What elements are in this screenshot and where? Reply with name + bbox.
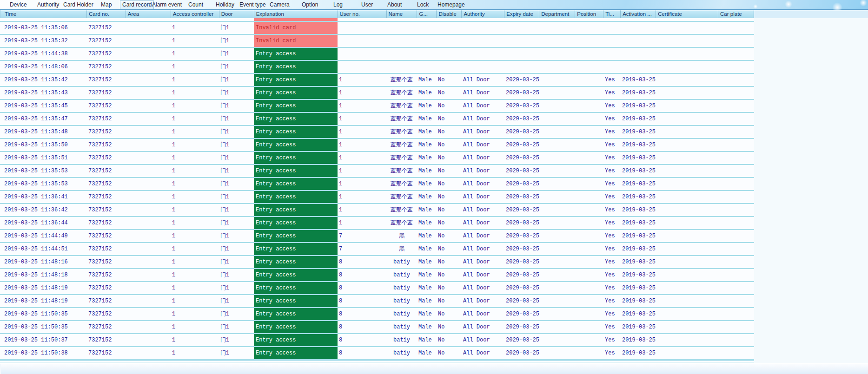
cell-activation: 2019-03-25 — [621, 204, 656, 216]
cell-expiry: 2029-03-25 — [504, 126, 539, 138]
cell-department — [539, 321, 575, 333]
cell-certificate — [656, 152, 718, 164]
cell-card: 7327152 — [86, 191, 126, 203]
menu-item-map[interactable]: Map — [99, 1, 113, 8]
table-row[interactable]: 2019-03-25 11:44:4973271521门1Entry acces… — [0, 230, 754, 243]
cell-gender: Male — [417, 230, 437, 242]
cell-expiry: 2029-03-25 — [504, 217, 539, 229]
cell-gender: Male — [417, 126, 437, 138]
cell-disable: No — [437, 217, 462, 229]
table-row[interactable]: 2019-03-25 11:35:5173271521门1Entry acces… — [0, 152, 754, 165]
table-row[interactable]: 2019-03-25 11:50:3573271521门1Entry acces… — [0, 308, 754, 321]
column-header-controller[interactable]: Access controller — [171, 10, 219, 18]
column-header-ti[interactable]: Ti... — [603, 10, 621, 18]
menu-item-authority[interactable]: Authority — [35, 1, 61, 8]
cell-name: 蓝那个蓝 — [386, 74, 417, 86]
table-row[interactable]: 2019-03-25 11:35:0673271521门1Invalid car… — [0, 22, 754, 35]
cell-position — [575, 87, 603, 99]
table-row[interactable]: 2019-03-25 11:36:4273271521门1Entry acces… — [0, 204, 754, 217]
cell-disable: No — [437, 269, 462, 281]
column-header-user[interactable]: User no. — [338, 10, 387, 18]
menu-item-alarm-event[interactable]: Alarm event — [150, 1, 184, 8]
menu-item-user[interactable]: User — [359, 1, 375, 8]
table-row[interactable]: 2019-03-25 11:35:5373271521门1Entry acces… — [0, 178, 754, 191]
cell-card: 7327152 — [86, 204, 126, 216]
column-header-certificate[interactable]: Certificate — [656, 10, 718, 18]
cell-controller: 1 — [171, 22, 219, 34]
table-row[interactable]: 2019-03-25 11:44:3873271521门1Entry acces… — [0, 48, 754, 61]
table-row[interactable]: 2019-03-25 11:35:4273271521门1Entry acces… — [0, 74, 754, 87]
table-row[interactable]: 2019-03-25 11:44:5173271521门1Entry acces… — [0, 243, 754, 256]
cell-time: 2019-03-25 11:35:50 — [0, 139, 86, 151]
menu-item-card-record[interactable]: Card record — [120, 0, 154, 9]
cell-gender: Male — [417, 295, 437, 307]
column-header-door[interactable]: Door — [219, 10, 254, 18]
table-row[interactable]: 2019-03-25 11:35:4873271521门1Entry acces… — [0, 126, 754, 139]
column-header-position[interactable]: Position — [575, 10, 603, 18]
cell-card: 7327152 — [86, 321, 126, 333]
column-header-time[interactable]: Time — [0, 10, 87, 18]
horizontal-scrollbar[interactable] — [0, 363, 868, 374]
column-header-card[interactable]: Card no. — [87, 10, 126, 18]
menu-item-device[interactable]: Device — [8, 1, 29, 8]
cell-user: 1 — [338, 113, 386, 125]
table-row[interactable]: 2019-03-25 11:35:5073271521门1Entry acces… — [0, 139, 754, 152]
column-header-name[interactable]: Name — [387, 10, 417, 18]
column-header-gender[interactable]: G... — [417, 10, 437, 18]
menu-item-homepage[interactable]: Homepage — [436, 1, 467, 8]
cell-disable: No — [437, 334, 462, 346]
cell-certificate — [656, 74, 718, 86]
menu-item-card-holder[interactable]: Card Holder — [61, 1, 95, 8]
table-row[interactable]: 2019-03-25 11:48:1973271521门1Entry acces… — [0, 295, 754, 308]
menu-item-camera[interactable]: Camera — [268, 1, 292, 8]
table-row[interactable]: 2019-03-25 11:50:3873271521门1Entry acces… — [0, 347, 754, 360]
cell-position — [575, 334, 603, 346]
menu-item-log[interactable]: Log — [331, 1, 345, 8]
table-row[interactable]: 门1Invalid card — [0, 18, 754, 22]
column-header-explanation[interactable]: Explanation — [254, 10, 338, 18]
column-header-authority[interactable]: Authority — [462, 10, 504, 18]
table-row-partial[interactable]: 门1Invalid card — [0, 18, 754, 22]
table-row[interactable]: 2019-03-25 11:35:3273271521门1Invalid car… — [0, 35, 754, 48]
column-header-activation[interactable]: Activation ... — [621, 10, 656, 18]
table-row[interactable]: 2019-03-25 11:35:4373271521门1Entry acces… — [0, 87, 754, 100]
menu-item-event-type[interactable]: Event type — [238, 1, 268, 8]
table-row[interactable]: 2019-03-25 11:48:1673271521门1Entry acces… — [0, 256, 754, 269]
menu-item-holiday[interactable]: Holiday — [214, 1, 236, 8]
cell-door: 门1 — [219, 48, 254, 60]
table-row[interactable]: 2019-03-25 11:35:4773271521门1Entry acces… — [0, 113, 754, 126]
cell-car-plate — [718, 269, 754, 281]
cell-explanation: Entry access — [254, 61, 338, 73]
menu-item-about[interactable]: About — [385, 1, 404, 8]
cell-user: 8 — [338, 321, 386, 333]
column-header-department[interactable]: Department — [539, 10, 575, 18]
column-header-area[interactable]: Area — [126, 10, 171, 18]
column-header-car-plate[interactable]: Car plate — [718, 10, 754, 18]
menu-item-option[interactable]: Option — [300, 1, 320, 8]
table-row[interactable]: 2019-03-25 11:36:4173271521门1Entry acces… — [0, 191, 754, 204]
table-row[interactable]: 2019-03-25 11:50:3773271521门1Entry acces… — [0, 334, 754, 347]
table-row[interactable]: 2019-03-25 11:50:3573271521门1Entry acces… — [0, 321, 754, 334]
cell-authority: All Door — [462, 295, 504, 307]
cell-expiry — [504, 35, 539, 47]
cell-department — [539, 152, 575, 164]
cell-name — [386, 22, 417, 34]
cell-gender: Male — [417, 217, 437, 229]
column-header-expiry[interactable]: Expiry date — [504, 10, 539, 18]
column-header-disable[interactable]: Disable — [437, 10, 462, 18]
cell-controller: 1 — [171, 139, 219, 151]
cell-gender: Male — [417, 165, 437, 177]
table-row[interactable]: 2019-03-25 11:48:0673271521门1Entry acces… — [0, 61, 754, 74]
menu-item-lock[interactable]: Lock — [415, 1, 431, 8]
cell-ti: Yes — [603, 269, 621, 281]
table-row[interactable]: 2019-03-25 11:36:4473271521门1Entry acces… — [0, 217, 754, 230]
table-row[interactable]: 2019-03-25 11:48:1973271521门1Entry acces… — [0, 282, 754, 295]
table-row[interactable]: 2019-03-25 11:35:5373271521门1Entry acces… — [0, 165, 754, 178]
cell-door: 门1 — [219, 308, 254, 320]
cell-explanation: Entry access — [254, 152, 338, 164]
table-row[interactable]: 2019-03-25 11:35:4573271521门1Entry acces… — [0, 100, 754, 113]
table-row[interactable]: 2019-03-25 11:48:1873271521门1Entry acces… — [0, 269, 754, 282]
cell-explanation: Entry access — [254, 204, 338, 216]
menu-item-count[interactable]: Count — [186, 1, 205, 8]
cell-user: 1 — [338, 152, 386, 164]
